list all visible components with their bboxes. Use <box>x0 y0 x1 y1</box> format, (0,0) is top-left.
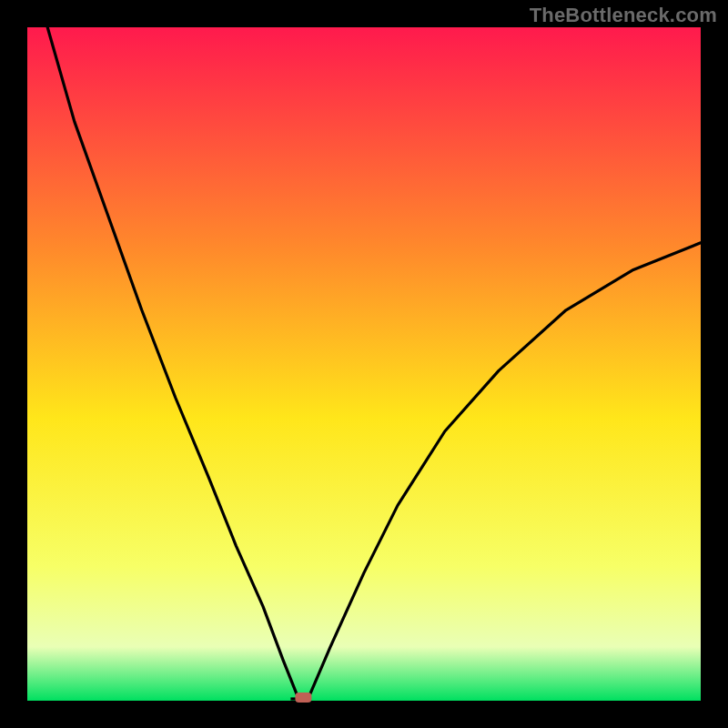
bottleneck-chart <box>0 0 728 728</box>
chart-frame: TheBottleneck.com <box>0 0 728 728</box>
watermark-text: TheBottleneck.com <box>530 4 717 27</box>
optimum-marker <box>295 693 311 703</box>
plot-background <box>27 27 701 701</box>
